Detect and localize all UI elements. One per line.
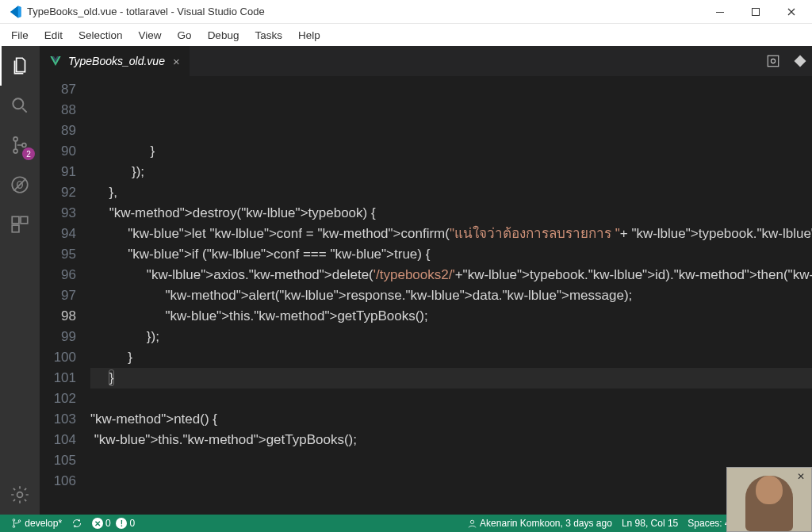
- svg-point-4: [13, 149, 17, 153]
- activity-bar: 2: [0, 46, 40, 515]
- status-problems[interactable]: ✕0 !0: [87, 515, 140, 532]
- extensions-icon: [10, 214, 30, 235]
- activity-search[interactable]: [0, 86, 40, 125]
- svg-point-23: [470, 520, 473, 523]
- menu-selection[interactable]: Selection: [71, 29, 131, 41]
- maximize-button[interactable]: [737, 0, 773, 24]
- vue-icon: [49, 55, 62, 67]
- vscode-logo-icon: [8, 5, 22, 19]
- compare-changes-button[interactable]: [760, 46, 787, 76]
- minimize-button[interactable]: [702, 0, 737, 24]
- svg-rect-13: [768, 55, 779, 67]
- git-branch-icon: [11, 518, 22, 529]
- svg-rect-9: [21, 216, 28, 224]
- menu-help[interactable]: Help: [290, 29, 328, 41]
- status-bar: develop* ✕0 !0 Akenarin Komkoon, 3 days …: [0, 515, 812, 532]
- editor-tabs: TypeBooks_old.vue ×: [40, 46, 812, 76]
- menu-debug[interactable]: Debug: [200, 29, 247, 41]
- svg-point-21: [13, 526, 15, 528]
- svg-point-14: [771, 59, 775, 63]
- svg-point-22: [18, 520, 21, 522]
- warning-icon: !: [116, 518, 127, 529]
- svg-point-11: [17, 492, 23, 498]
- status-branch[interactable]: develop*: [6, 515, 67, 532]
- menu-file[interactable]: File: [3, 29, 36, 41]
- gear-icon: [10, 484, 30, 505]
- svg-point-5: [22, 144, 26, 147]
- svg-point-3: [13, 137, 17, 141]
- webcam-overlay: ✕: [726, 467, 812, 532]
- status-sync[interactable]: [67, 515, 87, 532]
- code-content[interactable]: } }); }, "kw-method">destroy("kw-lblue">…: [90, 76, 812, 515]
- activity-scm[interactable]: 2: [0, 125, 40, 165]
- menu-edit[interactable]: Edit: [36, 29, 71, 41]
- webcam-person-head: [756, 476, 783, 504]
- svg-point-20: [13, 519, 15, 522]
- window-controls: [702, 0, 809, 24]
- activity-explorer[interactable]: [0, 46, 40, 86]
- svg-rect-10: [12, 225, 19, 232]
- menu-bar: FileEditSelectionViewGoDebugTasksHelp: [0, 24, 812, 46]
- svg-rect-8: [12, 216, 19, 224]
- status-blame[interactable]: Akenarin Komkoon, 3 days ago: [462, 515, 617, 532]
- tab-label: TypeBooks_old.vue: [68, 55, 165, 67]
- scm-badge: 2: [22, 147, 35, 160]
- activity-settings[interactable]: [0, 475, 40, 515]
- sync-icon: [71, 518, 82, 529]
- files-icon: [10, 55, 30, 76]
- tab-close-icon[interactable]: ×: [173, 55, 180, 68]
- svg-rect-1: [752, 8, 759, 15]
- error-icon: ✕: [92, 518, 103, 529]
- menu-view[interactable]: View: [131, 29, 170, 41]
- status-cursor[interactable]: Ln 98, Col 15: [617, 515, 683, 532]
- editor-toolbar: [760, 46, 812, 76]
- main-area: 2 EXPLORER ▾TOTLARAVEL ▸nnode_modules▸pu…: [0, 46, 812, 515]
- activity-extensions[interactable]: [0, 205, 40, 244]
- svg-rect-0: [716, 12, 724, 13]
- window-title: TypeBooks_old.vue - totlaravel - Visual …: [27, 6, 702, 17]
- code-editor[interactable]: 8788899091929394959697989910010110210310…: [40, 76, 812, 515]
- tab-typebooks-old[interactable]: TypeBooks_old.vue ×: [40, 46, 190, 76]
- activity-debug[interactable]: [0, 165, 40, 205]
- menu-tasks[interactable]: Tasks: [247, 29, 290, 41]
- search-icon: [10, 95, 30, 116]
- close-button[interactable]: [773, 0, 809, 24]
- window-titlebar: TypeBooks_old.vue - totlaravel - Visual …: [0, 0, 812, 24]
- open-preview-button[interactable]: [787, 46, 812, 76]
- no-bug-icon: [10, 174, 30, 195]
- line-gutter: 8788899091929394959697989910010110210310…: [40, 76, 90, 515]
- editor-group: TypeBooks_old.vue × 87888990919293949596…: [40, 46, 812, 515]
- svg-point-2: [13, 98, 23, 109]
- person-icon: [467, 519, 477, 529]
- ribbon-icon: ✕: [797, 471, 808, 482]
- menu-go[interactable]: Go: [170, 29, 200, 41]
